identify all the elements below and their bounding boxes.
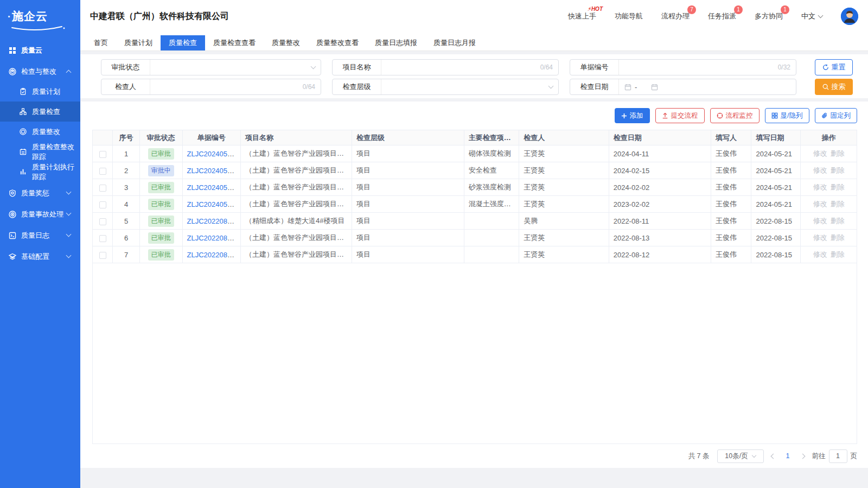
row-checkbox[interactable] (99, 218, 106, 225)
edit-link[interactable]: 修改 (813, 233, 827, 242)
delete-link[interactable]: 删除 (831, 149, 845, 157)
tab-inspection-view[interactable]: 质量检查查看 (205, 35, 264, 50)
next-page-button[interactable] (800, 453, 805, 459)
checkbox-cell (93, 145, 113, 162)
project-name-input[interactable]: 项目名称 0/64 (332, 59, 559, 75)
page-size-select[interactable]: 10条/页 (717, 449, 764, 463)
reset-button[interactable]: 重置 (815, 59, 853, 75)
doc-no-link[interactable]: ZLJC2024050446 (187, 150, 241, 158)
inspection-level: 项目 (352, 162, 464, 179)
writer-name: 王俊伟 (711, 145, 751, 162)
tab-home[interactable]: 首页 (86, 35, 116, 50)
edit-link[interactable]: 修改 (813, 217, 827, 225)
delete-link[interactable]: 删除 (831, 200, 845, 208)
doc-no-link[interactable]: ZLJC2022080174 (187, 217, 241, 225)
fixed-columns-button[interactable]: 固定列 (815, 108, 858, 123)
sidebar-item-quality-rectify[interactable]: 质量整改 (0, 122, 80, 142)
doc-no-link[interactable]: ZLJC2024050443 (187, 200, 241, 208)
sidebar: ·施企云 质量云 检查与整改 质量计划 质量检查 (0, 0, 80, 488)
row-checkbox[interactable] (99, 168, 106, 175)
sidebar-item-quality-plan[interactable]: 质量计划 (0, 81, 80, 102)
nav-collaboration[interactable]: 多方协同 1 (755, 11, 783, 21)
language-selector[interactable]: 中文 (801, 11, 822, 21)
row-checkbox[interactable] (99, 201, 106, 208)
doc-no-link[interactable]: ZLJC2024050444 (187, 183, 241, 192)
row-checkbox[interactable] (99, 185, 106, 192)
writer-name: 王俊伟 (711, 196, 751, 213)
inspection-date: 2024-04-11 (609, 145, 711, 162)
delete-link[interactable]: 删除 (831, 183, 845, 191)
doc-no-link[interactable]: ZLJC2024050445 (187, 167, 241, 175)
sidebar-group-accident[interactable]: 质量事故处理 (0, 204, 80, 224)
sidebar-section-label: 质量云 (21, 46, 42, 55)
toggle-columns-button[interactable]: 显/隐列 (765, 108, 809, 123)
nav-quick-start[interactable]: 快速上手 ⚡HOT (568, 11, 596, 21)
column-header: 检查层级 (352, 130, 464, 145)
sidebar-group-inspection[interactable]: 检查与整改 (0, 61, 80, 81)
delete-link[interactable]: 删除 (831, 250, 845, 258)
nav-process-handling[interactable]: 流程办理 7 (661, 11, 690, 21)
nav-label: 功能导航 (615, 12, 643, 20)
status-cell: 已审批 (139, 246, 182, 263)
nav-task-assign[interactable]: 任务指派 1 (708, 11, 736, 21)
chevron-down-icon (818, 13, 824, 18)
delete-link[interactable]: 删除 (831, 166, 845, 174)
chevron-down-icon (66, 232, 72, 237)
doc-no-input[interactable]: 单据编号 0/32 (570, 59, 796, 75)
actions-cell: 修改删除 (801, 179, 857, 196)
inspector-name: 王贤英 (519, 145, 609, 162)
goto-page-input[interactable]: 1 (829, 449, 847, 463)
row-checkbox[interactable] (99, 151, 106, 158)
tab-journal-monthly[interactable]: 质量日志月报 (425, 35, 484, 50)
tab-rectify-view[interactable]: 质量整改查看 (308, 35, 367, 50)
submit-flow-button[interactable]: 提交流程 (655, 108, 705, 123)
tab-quality-rectify[interactable]: 质量整改 (264, 35, 308, 50)
flow-monitor-button[interactable]: 流程监控 (710, 108, 760, 123)
sidebar-item-plan-exec-tracking[interactable]: 质量计划执行跟踪 (0, 162, 80, 182)
approval-status-select[interactable]: 审批状态 (101, 59, 321, 75)
sidebar-group-basic-config[interactable]: 基础配置 (0, 246, 80, 267)
doc-no-link[interactable]: ZLJC2022080172 (187, 251, 241, 259)
project-name: （土建）蓝色智谷产业园项目施工总承... (241, 230, 352, 246)
nav-function-guide[interactable]: 功能导航 (615, 11, 643, 21)
add-button[interactable]: 添加 (615, 108, 650, 123)
delete-link[interactable]: 删除 (831, 217, 845, 225)
edit-link[interactable]: 修改 (813, 149, 827, 157)
edit-link[interactable]: 修改 (813, 250, 827, 258)
inspection-date-range[interactable]: 检查日期 - (570, 79, 796, 95)
row-checkbox[interactable] (99, 235, 106, 242)
inspection-level: 项目 (352, 213, 464, 230)
cube-icon (9, 67, 17, 75)
current-page[interactable]: 1 (783, 452, 793, 460)
actions-cell: 修改删除 (801, 230, 857, 246)
calendar-icon (651, 84, 658, 91)
prev-page-button[interactable] (770, 453, 776, 459)
char-counter: 0/32 (778, 64, 790, 71)
edit-link[interactable]: 修改 (813, 200, 827, 208)
user-avatar[interactable] (841, 8, 858, 25)
inspector-input[interactable]: 检查人 0/64 (101, 79, 321, 95)
tab-journal-fill[interactable]: 质量日志填报 (367, 35, 425, 50)
writer-name: 王俊伟 (711, 213, 751, 230)
status-badge: 已审批 (148, 199, 174, 210)
sidebar-group-journal[interactable]: 质量日志 (0, 225, 80, 245)
checkbox-cell (93, 196, 113, 213)
project-name: （土建）蓝色智谷产业园项目施工总承... (241, 162, 352, 179)
edit-link[interactable]: 修改 (813, 166, 827, 174)
sidebar-item-rectify-tracking[interactable]: 质量检查整改跟踪 (0, 142, 80, 162)
sidebar-item-quality-inspection[interactable]: 质量检查 (0, 102, 80, 122)
company-title: 中建君联（广州）软件科技有限公司 (90, 11, 229, 22)
sidebar-item-label: 质量计划 (32, 87, 60, 97)
search-button[interactable]: 搜索 (815, 79, 853, 95)
row-checkbox[interactable] (99, 252, 106, 259)
tab-quality-inspection[interactable]: 质量检查 (161, 35, 205, 50)
doc-no-link[interactable]: ZLJC2022080173 (187, 234, 241, 242)
sidebar-item-quality-cloud[interactable]: 质量云 (0, 40, 80, 60)
sidebar-group-reward[interactable]: 质量奖惩 (0, 183, 80, 203)
delete-link[interactable]: 删除 (831, 233, 845, 242)
inspection-level-select[interactable]: 检查层级 (332, 79, 559, 95)
doc-cell: ZLJC2022080173 (182, 230, 241, 246)
writer-name: 王俊伟 (711, 246, 751, 263)
tab-quality-plan[interactable]: 质量计划 (116, 35, 161, 50)
edit-link[interactable]: 修改 (813, 183, 827, 191)
